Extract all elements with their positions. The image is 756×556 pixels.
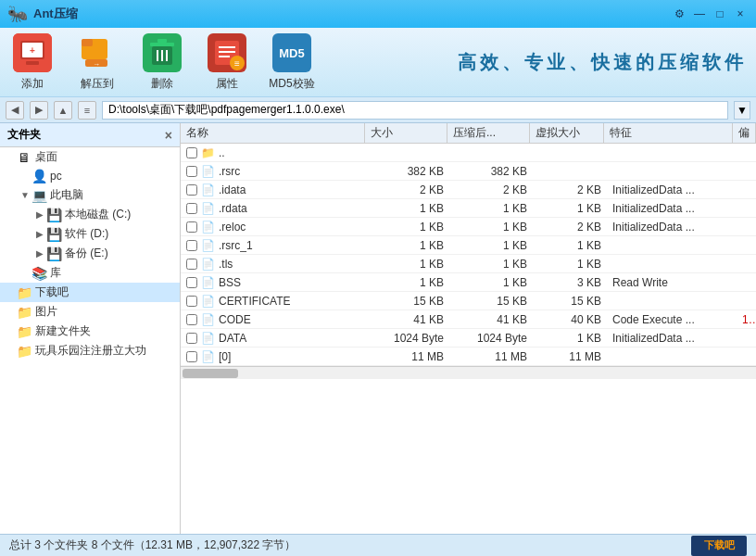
tree-label-desktop: 桌面: [35, 149, 57, 165]
scroll-thumb[interactable]: [183, 369, 238, 378]
sidebar-item-downloads[interactable]: 📁下载吧: [0, 283, 180, 302]
extract-button[interactable]: → 解压到: [74, 33, 120, 92]
table-row[interactable]: 📄.idata2 KB2 KB2 KBInitializedData ...: [181, 181, 756, 199]
sidebar-item-c[interactable]: ▶💾本地磁盘 (C:): [0, 205, 180, 224]
file-checkbox[interactable]: [186, 314, 197, 325]
nav-back-btn[interactable]: ◀: [6, 101, 24, 120]
file-checkbox[interactable]: [186, 184, 197, 196]
add-icon: +: [13, 33, 52, 72]
col-header-compressed[interactable]: 压缩后...: [447, 123, 530, 143]
table-row[interactable]: 📄CODE41 KB41 KB40 KBCode Execute ...10: [181, 310, 756, 329]
file-size: 2 KB: [366, 183, 449, 196]
sidebar-item-e[interactable]: ▶💾备份 (E:): [0, 244, 180, 263]
file-virtual: 2 KB: [533, 183, 607, 196]
file-name: .rsrc: [219, 165, 240, 178]
address-input[interactable]: [102, 101, 728, 120]
file-checkbox[interactable]: [186, 221, 197, 233]
table-row[interactable]: 📄DATA1024 Byte1024 Byte1 KBInitializedDa…: [181, 329, 756, 348]
file-virtual: 1 KB: [533, 332, 607, 345]
minimize-btn[interactable]: —: [691, 6, 708, 22]
file-size: 1024 Byte: [366, 332, 449, 345]
file-size: 41 KB: [366, 313, 449, 326]
md5-button[interactable]: MD5 MD5校验: [269, 33, 315, 92]
nav-up-btn[interactable]: ▲: [54, 101, 72, 120]
col-header-feature[interactable]: 特征: [604, 123, 733, 143]
nav-forward-btn[interactable]: ▶: [30, 101, 48, 120]
file-name-cell: 📄.idata: [181, 183, 366, 196]
file-checkbox[interactable]: [186, 147, 197, 158]
nav-list-btn[interactable]: ≡: [78, 101, 96, 120]
tree-label-images: 图片: [35, 304, 57, 320]
delete-button[interactable]: 删除: [139, 33, 185, 92]
file-icon: 📄: [201, 350, 215, 363]
file-name: CODE: [219, 313, 251, 326]
table-row[interactable]: 📄.rdata1 KB1 KB1 KBInitializedData ...: [181, 199, 756, 218]
col-header-virtual[interactable]: 虚拟大小: [530, 123, 604, 143]
file-name: .idata: [219, 183, 246, 196]
file-virtual: 1 KB: [533, 258, 607, 271]
file-checkbox[interactable]: [186, 277, 197, 288]
table-row[interactable]: 📄BSS1 KB1 KB3 KBRead Write: [181, 273, 756, 292]
sidebar-item-images[interactable]: 📁图片: [0, 302, 180, 322]
svg-text:MD5: MD5: [279, 46, 304, 60]
file-feature: Code Execute ...: [607, 313, 737, 326]
col-header-extra[interactable]: 偏: [733, 123, 756, 143]
table-row[interactable]: 📄.rsrc_11 KB1 KB1 KB: [181, 236, 756, 255]
file-icon: 📄: [201, 332, 215, 345]
address-bar: ◀ ▶ ▲ ≡ ▼: [0, 97, 756, 123]
file-checkbox[interactable]: [186, 166, 197, 177]
sidebar-item-lib[interactable]: 📚库: [0, 263, 180, 283]
maximize-btn[interactable]: □: [712, 6, 728, 22]
table-row[interactable]: 📄CERTIFICATE15 KB15 KB15 KB: [181, 292, 756, 310]
table-row[interactable]: 📁..: [181, 144, 756, 162]
sidebar-close-btn[interactable]: ×: [165, 128, 172, 143]
sidebar-item-pc[interactable]: 👤pc: [0, 167, 180, 185]
sidebar-item-thispc[interactable]: ▼💻此电脑: [0, 185, 180, 205]
col-header-size[interactable]: 大小: [365, 123, 447, 143]
table-row[interactable]: 📄.tls1 KB1 KB1 KB: [181, 255, 756, 273]
download-logo: 下载吧: [691, 536, 747, 556]
file-compressed: 1 KB: [449, 276, 533, 289]
file-virtual: 3 KB: [533, 276, 607, 289]
address-dropdown-btn[interactable]: ▼: [734, 101, 750, 120]
table-row[interactable]: 📄[0]11 MB11 MB11 MB: [181, 348, 756, 366]
tree-label-thispc: 此电脑: [50, 187, 83, 203]
file-name-cell: 📄.tls: [181, 258, 366, 271]
file-name: .tls: [219, 258, 233, 271]
sidebar-tree: 🖥桌面👤pc▼💻此电脑▶💾本地磁盘 (C:)▶💾软件 (D:)▶💾备份 (E:)…: [0, 147, 180, 360]
tree-icon-lib: 📚: [32, 266, 46, 281]
sidebar-item-desktop[interactable]: 🖥桌面: [0, 147, 180, 167]
table-row[interactable]: 📄.reloc1 KB1 KB2 KBInitializedData ...: [181, 218, 756, 236]
table-row[interactable]: 📄.rsrc382 KB382 KB: [181, 162, 756, 181]
sidebar-item-d[interactable]: ▶💾软件 (D:): [0, 224, 180, 244]
file-checkbox[interactable]: [186, 296, 197, 307]
file-checkbox[interactable]: [186, 351, 197, 362]
sidebar-item-newfolder[interactable]: 📁新建文件夹: [0, 322, 180, 341]
col-header-name[interactable]: 名称: [181, 123, 365, 143]
close-btn[interactable]: ×: [732, 6, 749, 22]
tree-label-e: 备份 (E:): [65, 246, 108, 261]
file-rows-container: 📁..📄.rsrc382 KB382 KB📄.idata2 KB2 KB2 KB…: [181, 144, 756, 366]
sidebar-header: 文件夹 ×: [0, 123, 180, 147]
file-size: 11 MB: [366, 350, 449, 363]
file-checkbox[interactable]: [186, 203, 197, 214]
app-slogan: 高效、专业、快速的压缩软件: [458, 50, 747, 75]
add-button[interactable]: + 添加: [9, 33, 56, 92]
file-checkbox[interactable]: [186, 259, 197, 270]
props-icon: ≡: [208, 33, 246, 72]
file-checkbox[interactable]: [186, 333, 197, 344]
settings-btn[interactable]: ⚙: [671, 6, 687, 22]
tree-label-game: 玩具乐园注注册立大功: [35, 343, 146, 359]
tree-label-downloads: 下载吧: [35, 284, 69, 300]
file-name: .reloc: [219, 221, 246, 234]
file-icon: 📄: [201, 183, 215, 196]
sidebar-item-game[interactable]: 📁玩具乐园注注册立大功: [0, 341, 180, 360]
tree-icon-thispc: 💻: [32, 188, 46, 203]
horizontal-scrollbar[interactable]: [181, 366, 756, 379]
title-bar: 🐜 Ant压缩 ⚙ — □ ×: [0, 0, 756, 28]
status-bar: 总计 3 个文件夹 8 个文件（12.31 MB，12,907,322 字节） …: [0, 534, 756, 556]
props-button[interactable]: ≡ 属性: [204, 33, 250, 92]
file-name-cell: 📄CODE: [181, 313, 366, 326]
file-name-cell: 📄DATA: [181, 332, 366, 345]
file-checkbox[interactable]: [186, 240, 197, 251]
